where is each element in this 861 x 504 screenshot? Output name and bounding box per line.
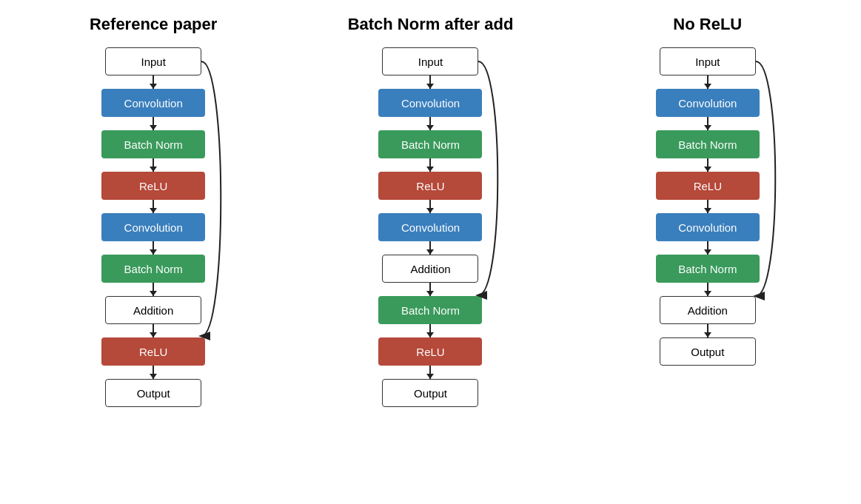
node-conv2-3: Convolution: [656, 213, 760, 241]
arrow-n4: [707, 200, 708, 213]
section-batchnorm-after: Batch Norm after add Input Convolution B…: [304, 15, 556, 432]
node-bn2-1: Batch Norm: [101, 255, 205, 283]
arrow-n5: [707, 241, 708, 255]
node-relu2-1: ReLU: [101, 337, 205, 366]
arrow-b8: [429, 366, 431, 379]
arrow-1: [153, 75, 154, 89]
section-reference: Reference paper Input Convolution Ba: [27, 15, 279, 432]
section-norelu: No ReLU Input Convolution Batch Norm ReL…: [582, 15, 834, 432]
arrow-b5: [429, 241, 431, 255]
arrow-b6: [429, 283, 431, 296]
arrow-4: [153, 200, 154, 213]
node-addition-3: Addition: [660, 296, 756, 324]
node-bn1-2: Batch Norm: [378, 130, 482, 158]
arrow-n2: [707, 117, 708, 130]
node-relu1-2: ReLU: [378, 172, 482, 200]
section-title-batchnorm: Batch Norm after add: [348, 15, 514, 34]
node-conv2-1: Convolution: [101, 213, 205, 241]
arrow-n6: [707, 283, 708, 296]
arrow-b1: [429, 75, 431, 89]
arrow-n7: [707, 324, 708, 337]
node-bn2-2: Batch Norm: [378, 296, 482, 324]
arrow-n1: [707, 75, 708, 89]
arrow-7: [153, 324, 154, 337]
node-relu1-3: ReLU: [656, 172, 760, 200]
node-bn1-3: Batch Norm: [656, 130, 760, 158]
node-output-1: Output: [105, 379, 201, 407]
arrow-b4: [429, 200, 431, 213]
arrow-n3: [707, 158, 708, 172]
section-title-norelu: No ReLU: [673, 15, 742, 34]
diagram-reference: Input Convolution Batch Norm ReLU Convol…: [72, 47, 235, 432]
node-bn2-3: Batch Norm: [656, 255, 760, 283]
node-conv1-1: Convolution: [101, 89, 205, 117]
main-container: Reference paper Input Convolution Ba: [0, 0, 861, 432]
node-addition-2: Addition: [382, 255, 478, 283]
diagram-batchnorm: Input Convolution Batch Norm ReLU Convol…: [349, 47, 512, 432]
node-output-3: Output: [660, 337, 756, 366]
node-input-1: Input: [105, 47, 201, 75]
node-relu1-1: ReLU: [101, 172, 205, 200]
arrow-2: [153, 117, 154, 130]
arrow-b3: [429, 158, 431, 172]
arrow-5: [153, 241, 154, 255]
node-conv1-3: Convolution: [656, 89, 760, 117]
node-relu2-2: ReLU: [378, 337, 482, 366]
arrow-8: [153, 366, 154, 379]
node-conv2-2: Convolution: [378, 213, 482, 241]
node-input-2: Input: [382, 47, 478, 75]
node-bn1-1: Batch Norm: [101, 130, 205, 158]
arrow-b2: [429, 117, 431, 130]
arrow-6: [153, 283, 154, 296]
node-conv1-2: Convolution: [378, 89, 482, 117]
section-title-reference: Reference paper: [90, 15, 217, 34]
diagram-norelu: Input Convolution Batch Norm ReLU Convol…: [626, 47, 789, 432]
arrow-3: [153, 158, 154, 172]
node-input-3: Input: [660, 47, 756, 75]
arrow-b7: [429, 324, 431, 337]
node-addition-1: Addition: [105, 296, 201, 324]
node-output-2: Output: [382, 379, 478, 407]
